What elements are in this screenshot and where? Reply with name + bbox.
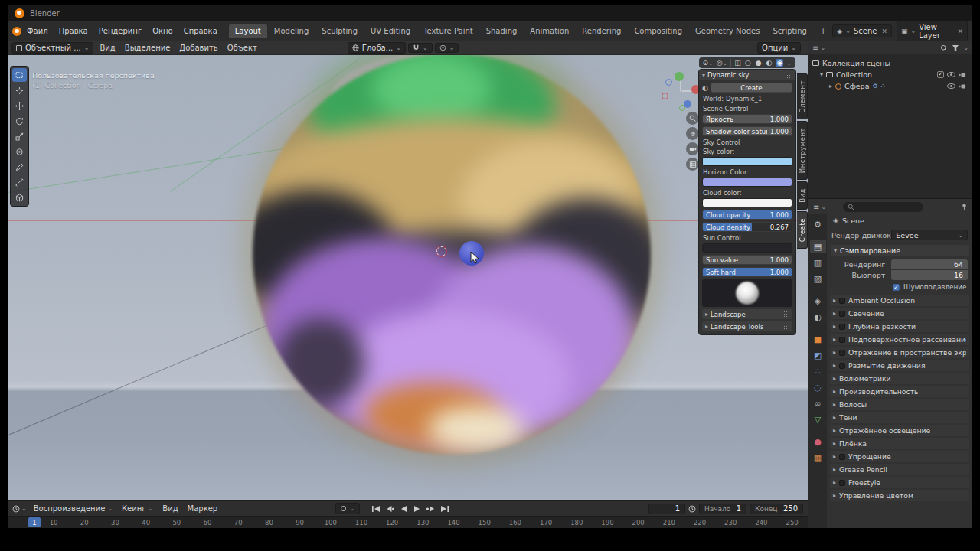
denoise-checkbox[interactable]: ✓ xyxy=(893,284,900,291)
properties-section[interactable]: ▸ Производительность xyxy=(830,386,969,397)
particles-properties-tab[interactable]: ∴ xyxy=(810,364,826,378)
collapse-arrow-icon[interactable]: ▾ xyxy=(820,71,823,78)
properties-section[interactable]: ▸ Отражённое освещение xyxy=(830,425,969,436)
measure-tool[interactable] xyxy=(12,175,27,189)
camera-visibility-icon[interactable] xyxy=(959,72,967,78)
scale-tool[interactable] xyxy=(12,129,27,143)
properties-section[interactable]: ▸ Свечение xyxy=(830,308,969,319)
jump-to-end-button[interactable] xyxy=(439,503,452,514)
scene-selector[interactable]: ◈ ⌄ Scene ✕ xyxy=(832,24,892,37)
workspace-tab[interactable]: Scripting xyxy=(766,24,812,38)
view-layer-properties-tab[interactable]: ▧ xyxy=(810,272,826,285)
cloud-opacity-slider[interactable]: Cloud opacity 1.000 xyxy=(702,210,792,220)
properties-section[interactable]: ▸ Grease Pencil xyxy=(830,464,969,475)
wireframe-shading-button[interactable]: ○ xyxy=(744,59,752,67)
outliner-row-sphere[interactable]: ▸ Сфера ⚙ ∴ xyxy=(808,80,972,92)
material-properties-tab[interactable]: ● xyxy=(810,435,826,448)
section-checkbox[interactable] xyxy=(839,480,845,486)
eye-icon[interactable] xyxy=(947,83,956,89)
viewport-menu-item[interactable]: Добавить xyxy=(175,42,222,54)
start-frame-field[interactable]: Начало 1 xyxy=(699,504,746,514)
play-button[interactable] xyxy=(411,503,424,514)
previous-keyframe-button[interactable] xyxy=(384,503,397,514)
axis-y-neg-ball[interactable] xyxy=(679,105,685,111)
sidebar-tab[interactable]: Инструмент xyxy=(797,121,808,180)
expand-arrow-icon[interactable]: ▸ xyxy=(829,83,832,90)
cursor-tool[interactable] xyxy=(12,83,27,97)
workspace-tab[interactable]: Compositing xyxy=(628,24,688,38)
workspace-tab[interactable]: Modeling xyxy=(268,24,315,38)
eye-icon[interactable] xyxy=(947,72,956,77)
outliner-row-scene-collection[interactable]: Коллекция сцены xyxy=(808,57,972,69)
create-button[interactable]: Create xyxy=(710,83,792,93)
zoom-button[interactable] xyxy=(686,112,699,125)
solid-shading-button[interactable]: ● xyxy=(755,59,763,67)
object-properties-tab[interactable]: ■ xyxy=(810,332,826,346)
tool-properties-tab[interactable]: ⚙ xyxy=(810,217,826,231)
timeline-menu-item[interactable]: Маркер ⌄ xyxy=(183,503,223,514)
workspace-tab[interactable]: Shading xyxy=(480,24,524,38)
fuzzy-particle-sphere[interactable] xyxy=(247,55,657,461)
properties-section[interactable]: ▸ Ambient Occlusion xyxy=(830,295,969,306)
playback-sync-icon[interactable] xyxy=(688,505,696,513)
search-icon[interactable] xyxy=(940,44,948,52)
cloud-density-slider[interactable]: Cloud density 0.267 xyxy=(702,222,792,232)
move-tool[interactable] xyxy=(12,99,27,112)
texture-properties-tab[interactable]: ▦ xyxy=(810,451,826,465)
editor-type-icon[interactable]: ≡⌄ xyxy=(812,44,825,52)
material-preview-button[interactable]: ◐ xyxy=(766,59,773,67)
properties-section[interactable]: ▸ Размытие движения xyxy=(830,360,969,371)
section-checkbox[interactable] xyxy=(839,311,845,317)
play-reverse-button[interactable] xyxy=(397,503,410,514)
workspace-tab[interactable]: Animation xyxy=(524,24,575,38)
sampling-section-header[interactable]: ▾ Сэмплирование xyxy=(831,245,969,256)
brightness-slider[interactable]: Яркость 1.000 xyxy=(702,114,792,124)
menu-item[interactable]: Рендеринг xyxy=(93,24,147,37)
drag-dots-icon[interactable] xyxy=(783,323,789,330)
shadow-saturation-slider[interactable]: Shadow color saturatio 1.000 xyxy=(702,126,792,136)
unlink-icon[interactable]: ✕ xyxy=(957,28,963,35)
drag-dots-icon[interactable] xyxy=(783,311,789,318)
sidebar-tab[interactable]: Вид xyxy=(797,181,808,210)
timeline-menu-item[interactable]: Кеинг ⌄ xyxy=(117,503,158,514)
properties-section[interactable]: ▸ Волосы xyxy=(830,399,969,410)
add-cube-tool[interactable] xyxy=(12,191,27,204)
horizon-color-swatch[interactable] xyxy=(702,178,792,187)
menu-item[interactable]: Правка xyxy=(54,24,93,37)
navigation-gizmo[interactable] xyxy=(661,72,701,112)
viewport-menu-item[interactable]: Выделение xyxy=(120,42,175,54)
section-checkbox[interactable] xyxy=(839,298,845,304)
modifiers-properties-tab[interactable]: ◩ xyxy=(810,348,826,362)
auto-keyframe-button[interactable]: ⌄ xyxy=(335,503,360,514)
sidebar-tab[interactable]: Элемент xyxy=(797,73,808,119)
options-dropdown[interactable]: Опции ⌄ xyxy=(757,42,801,54)
section-checkbox[interactable] xyxy=(839,350,845,356)
unlink-icon[interactable]: ✕ xyxy=(881,28,887,35)
camera-visibility-icon[interactable] xyxy=(959,83,967,90)
section-checkbox[interactable] xyxy=(839,324,845,330)
workspace-tab[interactable]: Rendering xyxy=(576,24,627,38)
sampling-render-field[interactable]: 64 xyxy=(891,259,968,269)
collapsed-panel[interactable]: ▸ Landscape xyxy=(702,309,792,319)
viewport-menu-item[interactable]: Вид xyxy=(95,42,119,54)
mode-dropdown[interactable]: Объектный ... ⌄ xyxy=(11,42,93,54)
scene-properties-tab[interactable]: ◈ xyxy=(810,294,826,308)
properties-search[interactable] xyxy=(843,202,923,212)
overlays-dropdown[interactable]: ◎⌄ xyxy=(717,59,728,67)
filter-icon[interactable] xyxy=(952,44,959,52)
camera-view-button[interactable] xyxy=(686,142,699,155)
properties-section[interactable]: ▸ Отражение в пространстве экрана xyxy=(830,347,969,358)
properties-section[interactable]: ▸ Freestyle xyxy=(830,477,969,488)
viewport-menu-item[interactable]: Объект xyxy=(223,42,262,54)
axis-y-ball[interactable] xyxy=(675,72,684,81)
section-checkbox[interactable] xyxy=(839,454,845,460)
transform-tool[interactable] xyxy=(12,145,27,158)
rendered-shading-button[interactable]: ◉ xyxy=(776,59,783,67)
workspace-tab[interactable]: UV Editing xyxy=(364,24,416,38)
snapping-toggle[interactable]: ⌄ xyxy=(408,43,433,53)
section-checkbox[interactable] xyxy=(839,337,845,343)
properties-section[interactable]: ▸ Глубина резкости xyxy=(830,321,969,332)
workspace-tab[interactable]: + xyxy=(814,24,832,38)
outliner-row-collection[interactable]: ▾ Collection ✓ xyxy=(808,69,972,80)
workspace-tab[interactable]: Geometry Nodes xyxy=(689,24,766,38)
